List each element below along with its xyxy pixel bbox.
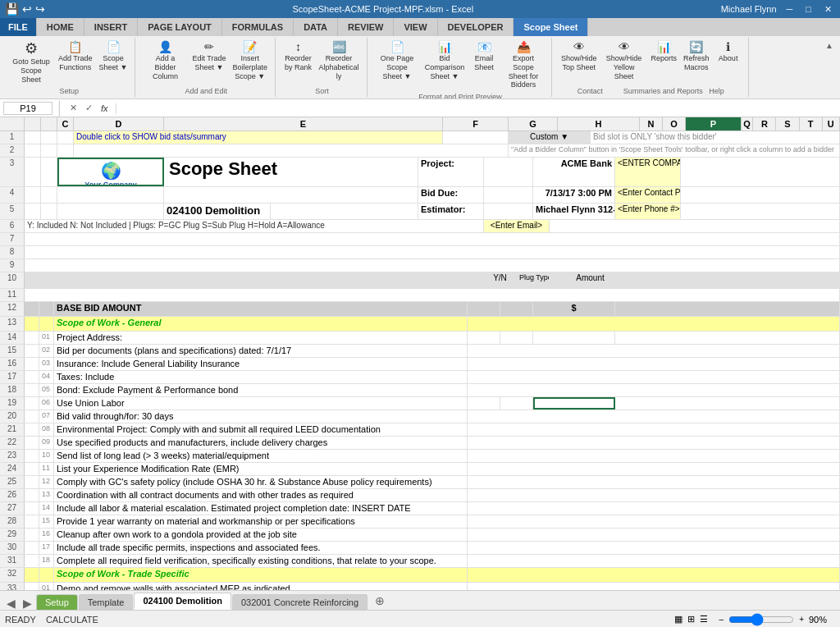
scope-item-13[interactable]: Coordination with all contract documents…: [54, 489, 468, 501]
minimize-button[interactable]: ─: [783, 4, 797, 14]
scope-item-12[interactable]: Comply with GC's safety policy (include …: [54, 476, 468, 488]
tab-developer[interactable]: DEVELOPER: [438, 18, 514, 36]
col-header-q[interactable]: Q: [742, 117, 754, 130]
reports-button[interactable]: 📊 Reports: [649, 39, 680, 65]
col-header-p[interactable]: P: [686, 117, 742, 130]
col-header-n[interactable]: N: [640, 117, 663, 130]
row-6: 6 Y: Included N: Not Included | Plugs: P…: [0, 220, 840, 233]
col-header-r[interactable]: R: [753, 117, 776, 130]
tab-home[interactable]: HOME: [37, 18, 84, 36]
sheet-tab-demolition[interactable]: 024100 Demolition: [134, 593, 231, 610]
scope-item-14[interactable]: Include all labor & material escalation.…: [54, 502, 468, 515]
nav-left-button[interactable]: ◀: [3, 597, 19, 610]
scope-item-3[interactable]: Insurance: Include General Liability Ins…: [54, 358, 468, 370]
view-page-break-icon[interactable]: ☰: [700, 614, 708, 625]
view-layout-icon[interactable]: ⊞: [687, 614, 695, 625]
col-header-b[interactable]: [41, 117, 57, 130]
col-header-u[interactable]: U: [823, 117, 840, 130]
bid-comparison-sheet-button[interactable]: 📊 Bid ComparisonSheet ▼: [422, 39, 468, 82]
tab-view[interactable]: VIEW: [394, 18, 437, 36]
view-normal-icon[interactable]: ▦: [674, 614, 682, 625]
scope-item-6[interactable]: Use Union Labor: [54, 397, 468, 410]
col-header-c[interactable]: C: [57, 117, 74, 130]
col-header-o[interactable]: O: [663, 117, 686, 130]
zoom-slider[interactable]: [728, 613, 794, 626]
scope-item-10[interactable]: Send list of long lead (> 3 weeks) mater…: [54, 450, 468, 462]
scope-item-8[interactable]: Environmental Project: Comply with and s…: [54, 423, 468, 436]
scope-item-18[interactable]: Complete all required field verification…: [54, 555, 468, 567]
add-bidder-column-button[interactable]: 👤 Add a BidderColumn: [142, 39, 188, 82]
sheet-tab-setup[interactable]: Setup: [36, 594, 78, 610]
scope-sheet-button[interactable]: 📄 ScopeSheet ▼: [97, 39, 130, 74]
one-page-scope-sheet-button[interactable]: 📄 One PageScope Sheet ▼: [374, 39, 420, 82]
col-header-t[interactable]: T: [800, 117, 823, 130]
project-value[interactable]: ACME Bank: [533, 158, 615, 186]
company-1-name[interactable]: <ENTER COMPANY 1 NAME>: [615, 158, 681, 186]
tab-formulas[interactable]: FORMULAS: [222, 18, 294, 36]
tab-file[interactable]: FILE: [0, 18, 37, 36]
reorder-alphabetically-button[interactable]: 🔤 ReorderAlphabetically: [316, 39, 362, 82]
scope-item-7[interactable]: Bid valid through/for: 30 days: [54, 410, 468, 423]
scope-item-15[interactable]: Provide 1 year warranty on material and …: [54, 515, 468, 528]
col-header-s[interactable]: S: [776, 117, 799, 130]
formula-divider: │: [56, 101, 64, 116]
base-bid-amount[interactable]: $: [533, 302, 615, 316]
col-header-g[interactable]: G: [509, 117, 558, 130]
col-header-a[interactable]: [25, 117, 41, 130]
scope-item-4[interactable]: Taxes: Include: [54, 371, 468, 383]
about-button[interactable]: ℹ About: [714, 39, 743, 65]
add-trade-functions-button[interactable]: 📋 Add TradeFunctions: [56, 39, 95, 74]
contact-person[interactable]: <Enter Contact Person>: [615, 187, 681, 203]
trade-item-1[interactable]: Demo and remove walls with associated ME…: [54, 583, 468, 590]
insert-boilerplate-button[interactable]: 📝 InsertBoilerplateScope ▼: [231, 39, 271, 82]
scope-item-2[interactable]: Bid per documents (plans and specificati…: [54, 345, 468, 357]
reorder-by-rank-button[interactable]: ↕ Reorderby Rank: [282, 39, 314, 74]
row-18: 18 05 Bond: Exclude Payment & Performanc…: [0, 384, 840, 397]
col-header-h[interactable]: H: [558, 117, 640, 130]
add-sheet-button[interactable]: ⊕: [368, 592, 391, 610]
title-bar: 💾 ↩ ↪ ScopeSheet-ACME Project-MPF.xlsm -…: [0, 0, 840, 18]
group-format: 📄 One PageScope Sheet ▼ 📊 Bid Comparison…: [369, 38, 552, 97]
cancel-formula-button[interactable]: ✕: [67, 103, 80, 113]
scope-item-9[interactable]: Use specified products and manufacturers…: [54, 437, 468, 449]
tab-scope-sheet[interactable]: Scope Sheet: [514, 18, 588, 36]
email-placeholder[interactable]: <Enter Email>: [484, 220, 550, 232]
nav-right-button[interactable]: ▶: [20, 597, 35, 610]
phone-number[interactable]: <Enter Phone #>: [615, 204, 681, 219]
sheet-tab-template[interactable]: Template: [79, 594, 134, 610]
confirm-formula-button[interactable]: ✓: [83, 103, 95, 113]
edit-trade-sheet-button[interactable]: ✏ Edit TradeSheet ▼: [189, 39, 228, 74]
insert-function-button[interactable]: fx: [98, 103, 111, 113]
tab-data[interactable]: DATA: [294, 18, 338, 36]
estimator-value[interactable]: Michael Flynn 312-600-4414: [533, 204, 615, 219]
show-hide-yellow-sheet-button[interactable]: 👁 Show/HideYellow Sheet: [601, 39, 647, 82]
col-header-f[interactable]: F: [443, 117, 509, 130]
scope-item-17[interactable]: Include all trade specific permits, insp…: [54, 542, 468, 554]
tab-page-layout[interactable]: PAGE LAYOUT: [138, 18, 222, 36]
ribbon-collapse-button[interactable]: ▲: [822, 38, 837, 97]
col-header-e[interactable]: E: [164, 117, 443, 130]
bid-due-value[interactable]: 7/13/17 3:00 PM: [533, 187, 615, 203]
scope-item-11[interactable]: List your Experience Modification Rate (…: [54, 463, 468, 475]
custom-dropdown[interactable]: Custom ▼: [509, 131, 591, 144]
sheet-tab-concrete[interactable]: 032001 Concrete Reinforcing: [232, 594, 368, 610]
refresh-macros-button[interactable]: 🔄 RefreshMacros: [681, 39, 712, 74]
goto-setup-button[interactable]: ⚙ Goto SetupScope Sheet: [8, 39, 54, 85]
contact-group-label: Contact Summaries and Reports Help: [578, 85, 724, 95]
col-header-d[interactable]: D: [74, 117, 164, 130]
selected-cell-p19[interactable]: [533, 397, 615, 410]
formula-input[interactable]: [122, 103, 837, 114]
tab-review[interactable]: REVIEW: [338, 18, 394, 36]
scope-item-5[interactable]: Bond: Exclude Payment & Performance bond: [54, 384, 468, 396]
row-26: 26 13 Coordination with all contract doc…: [0, 489, 840, 502]
tab-insert[interactable]: INSERT: [84, 18, 138, 36]
email-sheet-button[interactable]: 📧 EmailSheet: [469, 39, 499, 74]
maximize-button[interactable]: □: [802, 4, 815, 14]
close-button[interactable]: ✕: [821, 4, 835, 15]
scope-item-16[interactable]: Cleanup after own work to a gondola prov…: [54, 529, 468, 541]
cell-reference-input[interactable]: [3, 102, 52, 115]
show-hide-top-sheet-button[interactable]: 👁 Show/HideTop Sheet: [559, 39, 600, 74]
show-bid-stats-link[interactable]: Double click to SHOW bid stats/summary: [74, 131, 443, 144]
export-scope-button[interactable]: 📤 Export ScopeSheet for Bidders: [500, 39, 546, 91]
scope-item-1[interactable]: Project Address:: [54, 332, 468, 344]
